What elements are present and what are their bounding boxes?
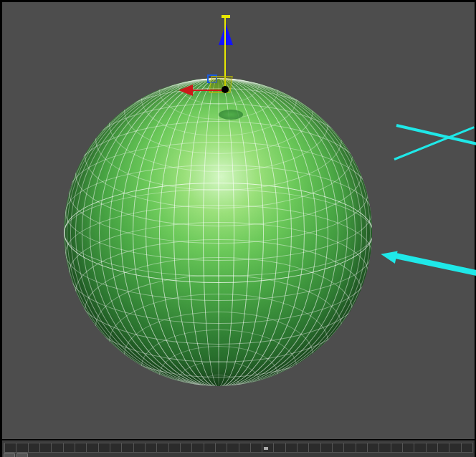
timeline[interactable] xyxy=(2,441,475,457)
timeline-next-button[interactable] xyxy=(16,453,28,457)
annotation-arrow-1-line-b xyxy=(394,126,474,160)
timeline-marker[interactable] xyxy=(264,447,268,450)
timeline-track[interactable] xyxy=(4,443,473,453)
annotation-arrow-2-line xyxy=(391,252,476,276)
sphere-surface xyxy=(64,78,372,386)
timeline-prev-button[interactable] xyxy=(4,453,15,457)
app-frame xyxy=(0,0,476,457)
axis-y-tip xyxy=(222,15,230,18)
sphere-object[interactable] xyxy=(64,78,372,386)
annotation-arrow-2-head-icon xyxy=(379,248,397,264)
axis-z-arrow-icon[interactable] xyxy=(219,24,233,45)
viewport-3d[interactable] xyxy=(2,2,475,439)
